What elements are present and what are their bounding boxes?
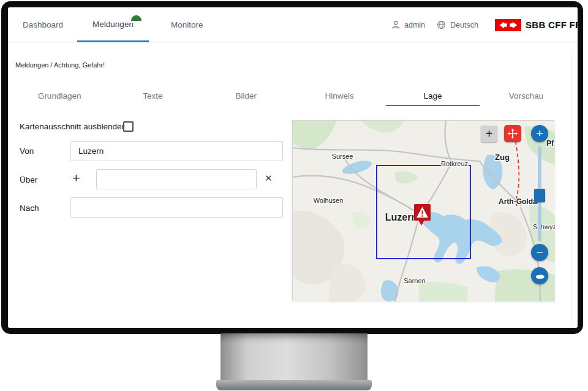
- user-name: admin: [404, 21, 425, 29]
- map-label-sursee: Sursee: [332, 153, 353, 160]
- map-label-pf: Pf: [546, 139, 554, 148]
- globe-icon: [437, 20, 446, 29]
- nav-item-dashboard[interactable]: Dashboard: [23, 7, 63, 42]
- language-label: Deutsch: [450, 21, 478, 29]
- zoom-in-button[interactable]: +: [531, 125, 548, 142]
- zoom-slider[interactable]: [538, 146, 541, 241]
- von-label: Von: [20, 146, 34, 156]
- map-extra-button[interactable]: +: [481, 126, 497, 142]
- switzerland-overview-button[interactable]: [531, 267, 548, 284]
- map-label-luzern: Luzern: [385, 212, 417, 222]
- screen: Dashboard Meldungen Monitore admin: [8, 7, 578, 328]
- scrollbar-track[interactable]: [571, 50, 571, 327]
- breadcrumb: Meldungen / Achtung, Gefahr!: [15, 61, 105, 69]
- clear-via-button[interactable]: ✕: [265, 173, 273, 183]
- notification-badge: [131, 15, 141, 21]
- nav-item-meldungen-label: Meldungen: [92, 20, 134, 29]
- map-label-rotkreuz: Rotkreuz: [441, 160, 468, 167]
- map-canvas[interactable]: Sursee Rotkreuz Zug Wolhusen Luzern Arth…: [293, 121, 555, 302]
- switzerland-shape-icon: [534, 272, 546, 280]
- tab-bilder[interactable]: Bilder: [200, 87, 293, 106]
- ueber-label: Über: [20, 175, 37, 184]
- user-icon: [391, 20, 400, 29]
- nach-input[interactable]: [70, 197, 283, 218]
- map-move-button[interactable]: [504, 125, 521, 142]
- language-selector[interactable]: Deutsch: [437, 7, 478, 42]
- move-arrows-icon: [507, 127, 519, 140]
- map-label-wolhusen: Wolhusen: [314, 197, 344, 204]
- hide-map-label: Kartenausschnitt ausblenden: [20, 122, 126, 131]
- zoom-out-button[interactable]: −: [531, 244, 548, 261]
- hide-map-checkbox[interactable]: [123, 121, 134, 132]
- nav-item-meldungen[interactable]: Meldungen: [77, 7, 149, 42]
- user-menu[interactable]: admin: [391, 7, 425, 42]
- top-navigation-bar: Dashboard Meldungen Monitore admin: [8, 7, 578, 42]
- map-label-sarnen: Sarnen: [404, 277, 425, 284]
- nach-label: Nach: [20, 203, 39, 213]
- ueber-input[interactable]: [96, 169, 257, 189]
- monitor-stand-base: [216, 380, 372, 390]
- tab-bar: Grundlagen Texte Bilder Hinweis Lage Vor…: [13, 87, 573, 106]
- von-input[interactable]: [70, 141, 283, 161]
- tab-vorschau[interactable]: Vorschau: [480, 87, 573, 106]
- page: Dashboard Meldungen Monitore admin: [0, 0, 588, 391]
- tab-texte[interactable]: Texte: [106, 87, 199, 106]
- tab-lage[interactable]: Lage: [386, 87, 479, 106]
- sbb-logo: SBB CFF FFS: [495, 7, 578, 42]
- tab-hinweis[interactable]: Hinweis: [293, 87, 386, 106]
- sbb-double-arrow-icon: [495, 19, 521, 31]
- zoom-slider-handle[interactable]: [534, 189, 545, 202]
- monitor-bezel: Dashboard Meldungen Monitore admin: [1, 1, 583, 334]
- sbb-logo-text: SBB CFF FFS: [526, 20, 578, 30]
- map-label-zug: Zug: [495, 153, 510, 162]
- map[interactable]: Sursee Rotkreuz Zug Wolhusen Luzern Arth…: [292, 120, 554, 301]
- monitor-stand: [221, 333, 368, 381]
- map-label-schwyz: Schwyz: [533, 223, 555, 230]
- add-via-button[interactable]: +: [72, 172, 80, 185]
- tab-grundlagen[interactable]: Grundlagen: [13, 87, 106, 106]
- nav-item-monitore[interactable]: Monitore: [171, 7, 203, 42]
